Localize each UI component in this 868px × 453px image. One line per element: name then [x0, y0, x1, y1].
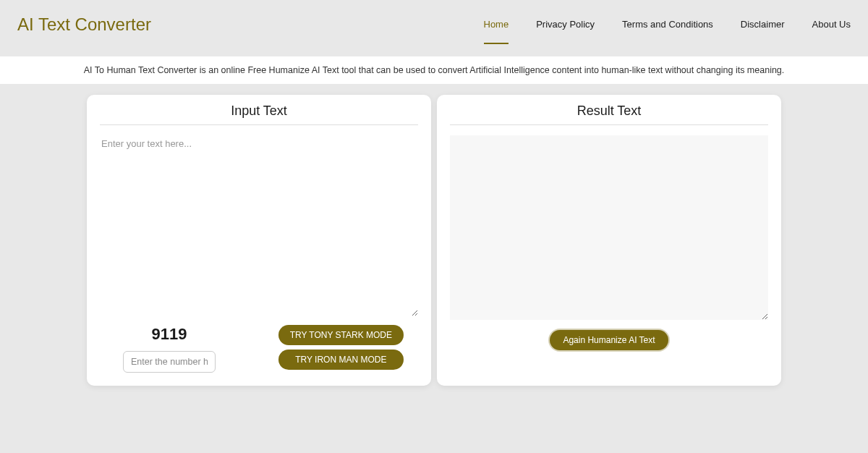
nav-privacy-policy[interactable]: Privacy Policy: [536, 19, 595, 44]
nav-terms-and-conditions[interactable]: Terms and Conditions: [622, 19, 713, 44]
tony-stark-mode-button[interactable]: TRY TONY STARK MODE: [278, 325, 404, 345]
result-textarea[interactable]: [450, 135, 768, 320]
description-bar: AI To Human Text Converter is an online …: [0, 56, 868, 84]
main-nav: Home Privacy Policy Terms and Conditions…: [484, 19, 851, 31]
input-textarea[interactable]: [100, 135, 418, 316]
nav-about-us[interactable]: About Us: [812, 19, 851, 44]
nav-home[interactable]: Home: [484, 19, 509, 44]
nav-disclaimer[interactable]: Disclaimer: [741, 19, 785, 44]
result-panel: Result Text Again Humanize AI Text: [437, 95, 781, 386]
result-controls: Again Humanize AI Text: [450, 330, 768, 350]
again-humanize-button[interactable]: Again Humanize AI Text: [550, 330, 668, 350]
result-panel-title: Result Text: [450, 103, 768, 125]
input-controls: 9119 TRY TONY STARK MODE TRY IRON MAN MO…: [100, 325, 418, 373]
input-panel-title: Input Text: [100, 103, 418, 125]
site-logo[interactable]: AI Text Converter: [17, 14, 151, 35]
mode-buttons: TRY TONY STARK MODE TRY IRON MAN MODE: [278, 325, 404, 370]
input-panel: Input Text 9119 TRY TONY STARK MODE TRY …: [87, 95, 431, 386]
header: AI Text Converter Home Privacy Policy Te…: [0, 0, 868, 56]
captcha-group: 9119: [123, 325, 216, 373]
iron-man-mode-button[interactable]: TRY IRON MAN MODE: [278, 350, 404, 370]
main-content: Input Text 9119 TRY TONY STARK MODE TRY …: [0, 84, 868, 400]
captcha-number: 9119: [152, 325, 187, 344]
captcha-input[interactable]: [123, 351, 216, 373]
